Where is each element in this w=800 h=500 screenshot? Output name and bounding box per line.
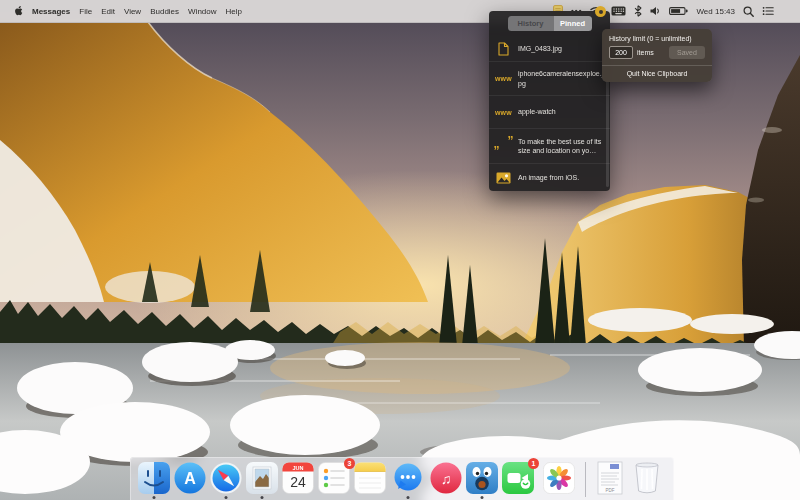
quote-icon: ”” <box>489 135 518 157</box>
running-indicator <box>225 496 228 499</box>
dock-icon-finder[interactable] <box>138 462 170 494</box>
menu-bar: Messages File Edit View Buddies Window H… <box>0 0 800 23</box>
dock-icon-photos[interactable] <box>543 462 575 494</box>
dock-icon-calendar[interactable]: JUN 24 <box>282 462 314 494</box>
battery-icon[interactable] <box>669 6 688 16</box>
menu-window[interactable]: Window <box>188 7 216 16</box>
menu-file[interactable]: File <box>79 7 92 16</box>
dock-icon-app-store[interactable]: A <box>174 462 206 494</box>
dock-icon-notes[interactable] <box>354 462 386 494</box>
clipboard-item-file[interactable]: IMG_0483.jpg <box>489 36 610 61</box>
clipboard-item-image[interactable]: An image from iOS. <box>489 163 610 192</box>
facetime-badge: 1 <box>528 458 539 469</box>
dock: A <box>130 457 674 500</box>
clipboard-item-label: To make the best use of its size and loc… <box>518 137 610 156</box>
notification-center-icon[interactable] <box>762 6 774 16</box>
clipboard-item-url[interactable]: www apple-watch <box>489 95 610 128</box>
clipboard-item-label: apple-watch <box>518 107 610 116</box>
dock-icon-mail[interactable] <box>246 462 278 494</box>
menu-edit[interactable]: Edit <box>101 7 115 16</box>
dock-icon-reminders[interactable]: 3 <box>318 462 350 494</box>
menu-view[interactable]: View <box>124 7 141 16</box>
tab-pinned[interactable]: Pinned <box>554 16 592 31</box>
clipboard-item-list: IMG_0483.jpg www iphone6cameralensexploe… <box>489 36 610 192</box>
apple-menu-icon[interactable] <box>14 5 23 18</box>
menu-help[interactable]: Help <box>226 7 242 16</box>
menu-buddies[interactable]: Buddies <box>150 7 179 16</box>
settings-popover: History limit (0 = unlimited) items Save… <box>602 29 712 82</box>
clipboard-item-label: IMG_0483.jpg <box>518 44 610 53</box>
history-pinned-segmented-control: History Pinned <box>508 16 592 31</box>
trash-icon[interactable] <box>632 461 662 495</box>
svg-text:♫: ♫ <box>441 471 452 487</box>
tab-history[interactable]: History <box>508 16 554 31</box>
settings-gear-icon[interactable] <box>595 6 606 17</box>
bluetooth-icon[interactable] <box>634 5 642 17</box>
dock-icon-facetime[interactable]: 1 <box>502 462 534 494</box>
clipboard-panel: History Pinned IMG_0483.jpg www iphone6c… <box>489 11 610 191</box>
image-icon <box>489 172 518 184</box>
saved-button[interactable]: Saved <box>669 46 705 59</box>
clipboard-item-url[interactable]: www iphone6cameralensexploe.jpg <box>489 61 610 95</box>
running-indicator <box>261 496 264 499</box>
items-unit-label: items <box>637 49 654 56</box>
clipboard-item-text[interactable]: ”” To make the best use of its size and … <box>489 128 610 163</box>
menu-clock[interactable]: Wed 15:43 <box>696 7 735 16</box>
svg-text:JUN: JUN <box>292 465 303 471</box>
svg-text:PDF: PDF <box>606 488 615 493</box>
spotlight-search-icon[interactable] <box>743 6 754 17</box>
running-indicator <box>481 496 484 499</box>
menu-app-name[interactable]: Messages <box>32 7 70 16</box>
svg-text:24: 24 <box>290 474 306 490</box>
running-indicator <box>153 496 156 499</box>
dock-icon-tweetbot[interactable] <box>466 462 498 494</box>
keyboard-icon[interactable] <box>611 6 626 16</box>
svg-text:A: A <box>184 470 196 487</box>
quit-nice-clipboard-button[interactable]: Quit Nice Clipboard <box>602 66 712 82</box>
running-indicator <box>407 496 410 499</box>
www-icon: www <box>489 75 518 82</box>
www-icon: www <box>489 109 518 116</box>
dock-document-pdf[interactable]: PDF <box>597 461 623 495</box>
dock-divider <box>585 462 586 497</box>
dock-icon-safari[interactable] <box>210 462 242 494</box>
clipboard-item-label: An image from iOS. <box>518 173 610 182</box>
clipboard-item-label: iphone6cameralensexploe.jpg <box>518 69 610 88</box>
clipboard-panel-header: History Pinned <box>489 11 610 36</box>
dock-icon-itunes[interactable]: ♫ <box>430 462 462 494</box>
document-icon <box>489 42 518 56</box>
history-limit-input[interactable] <box>609 46 633 59</box>
volume-icon[interactable] <box>650 6 661 16</box>
history-limit-label: History limit (0 = unlimited) <box>602 29 712 46</box>
dock-icon-messages[interactable] <box>392 462 424 494</box>
